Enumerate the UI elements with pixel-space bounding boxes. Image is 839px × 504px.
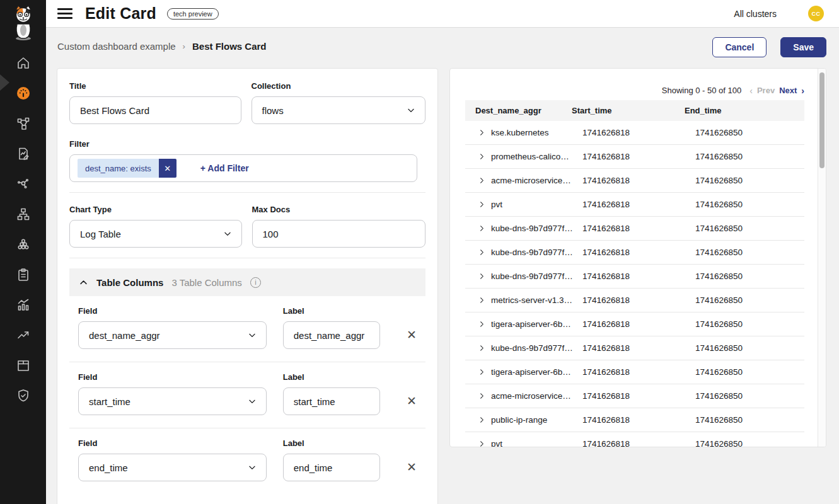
- info-icon[interactable]: i: [250, 277, 261, 288]
- row-expand-chevron-icon[interactable]: [478, 345, 486, 352]
- trends-arrow-icon: [16, 328, 31, 343]
- row-expand-chevron-icon[interactable]: [478, 225, 486, 232]
- table-row[interactable]: kube-dns-9b7d977f… 1741626818 1741626850: [465, 217, 804, 241]
- home-icon: [16, 55, 31, 71]
- table-row[interactable]: pvt 1741626818 1741626850: [465, 193, 804, 217]
- table-row[interactable]: prometheus-calico… 1741626818 1741626850: [465, 145, 804, 169]
- network-sitemap-icon: [16, 207, 31, 222]
- table-row[interactable]: public-ip-range 1741626818 1741626850: [465, 408, 804, 432]
- table-row[interactable]: kube-dns-9b7d977f… 1741626818 1741626850: [465, 336, 804, 360]
- cell-start-time: 1741626818: [582, 415, 695, 425]
- column-header-end-time: End_time: [685, 106, 804, 115]
- row-expand-chevron-icon[interactable]: [478, 153, 486, 161]
- field-label: Field: [78, 306, 267, 316]
- filter-chip-remove-icon[interactable]: ✕: [159, 159, 176, 178]
- sidebar-item-network-topology[interactable]: [14, 207, 32, 222]
- filter-box[interactable]: dest_name: exists ✕ + Add Filter: [69, 154, 417, 182]
- cell-start-time: 1741626818: [582, 295, 695, 305]
- field-select[interactable]: dest_name_aggr: [78, 321, 267, 349]
- row-expand-chevron-icon[interactable]: [478, 249, 486, 256]
- chart-type-select[interactable]: Log Table: [69, 220, 242, 248]
- sidebar-item-flow-visualizations[interactable]: [14, 176, 32, 192]
- cell-dest-name-aggr: kube-dns-9b7d977f…: [491, 224, 582, 233]
- table-row[interactable]: kse.kubernetes 1741626818 1741626850: [465, 121, 804, 145]
- remove-column-icon[interactable]: ✕: [407, 461, 417, 473]
- column-label-input[interactable]: [283, 454, 380, 481]
- next-button[interactable]: Next: [779, 86, 797, 95]
- chevron-down-icon: [248, 463, 257, 472]
- remove-column-icon[interactable]: ✕: [407, 395, 417, 407]
- field-select[interactable]: end_time: [78, 454, 267, 481]
- avatar[interactable]: CC: [808, 6, 824, 21]
- field-label: Field: [78, 372, 267, 382]
- sidebar-item-packages[interactable]: [14, 358, 32, 373]
- chevron-down-icon: [407, 106, 415, 115]
- row-expand-chevron-icon[interactable]: [478, 416, 486, 424]
- sidebar-item-dashboards[interactable]: [14, 86, 32, 101]
- table-row[interactable]: acme-microservice… 1741626818 1741626850: [465, 169, 804, 193]
- row-expand-chevron-icon[interactable]: [478, 297, 486, 304]
- cell-dest-name-aggr: acme-microservice…: [491, 391, 582, 401]
- remove-column-icon[interactable]: ✕: [407, 329, 417, 341]
- breadcrumb-parent[interactable]: Custom dashboard example: [57, 41, 176, 52]
- sidebar-item-analytics[interactable]: [14, 297, 32, 312]
- cell-dest-name-aggr: kube-dns-9b7d977f…: [491, 248, 582, 257]
- action-buttons: Cancel Save: [712, 37, 826, 57]
- column-label-input[interactable]: [283, 387, 380, 415]
- collapse-chevron-up-icon[interactable]: [79, 278, 88, 287]
- table-row[interactable]: tigera-apiserver-6b… 1741626818 17416268…: [465, 360, 804, 384]
- title-input[interactable]: [69, 96, 241, 124]
- cell-start-time: 1741626818: [582, 128, 695, 137]
- cell-start-time: 1741626818: [582, 343, 695, 353]
- row-expand-chevron-icon[interactable]: [478, 129, 486, 137]
- row-expand-chevron-icon[interactable]: [478, 321, 486, 328]
- cell-end-time: 1741626850: [695, 391, 804, 401]
- table-row[interactable]: kube-dns-9b7d977f… 1741626818 1741626850: [465, 241, 804, 265]
- row-expand-chevron-icon[interactable]: [478, 273, 486, 280]
- sidebar-item-security[interactable]: [14, 388, 32, 403]
- table-row[interactable]: pvt 1741626818 1741626850: [465, 432, 804, 447]
- column-label-input[interactable]: [283, 321, 380, 349]
- cancel-button[interactable]: Cancel: [712, 37, 767, 57]
- column-header-dest-name-aggr: Dest_name_aggr: [465, 106, 572, 115]
- row-expand-chevron-icon[interactable]: [478, 201, 486, 209]
- cell-end-time: 1741626850: [695, 319, 804, 329]
- cell-dest-name-aggr: public-ip-range: [491, 415, 582, 425]
- field-select[interactable]: start_time: [78, 387, 267, 415]
- table-row[interactable]: kube-dns-9b7d977f… 1741626818 1741626850: [465, 265, 804, 289]
- prev-button[interactable]: Prev: [757, 86, 775, 95]
- row-expand-chevron-icon[interactable]: [478, 392, 486, 400]
- table-row[interactable]: tigera-apiserver-6b… 1741626818 17416268…: [465, 312, 804, 336]
- divider: [69, 192, 425, 193]
- next-chevron-icon: ›: [801, 86, 804, 95]
- cluster-selector[interactable]: All clusters: [734, 9, 777, 19]
- scrollbar-track[interactable]: [818, 69, 826, 447]
- table-row[interactable]: metrics-server-v1.3… 1741626818 17416268…: [465, 289, 804, 312]
- table-row[interactable]: acme-microservice… 1741626818 1741626850: [465, 384, 804, 408]
- sidebar-item-clusters[interactable]: [14, 237, 32, 252]
- sidebar-item-trends[interactable]: [14, 328, 32, 343]
- table-column-editor-list: Field dest_name_aggr Label ✕: [69, 296, 425, 494]
- row-expand-chevron-icon[interactable]: [478, 369, 486, 376]
- max-docs-label: Max Docs: [252, 205, 425, 214]
- row-expand-chevron-icon[interactable]: [478, 440, 486, 448]
- collection-select[interactable]: flows: [252, 96, 425, 124]
- save-button[interactable]: Save: [780, 37, 826, 57]
- hamburger-menu-icon[interactable]: [57, 8, 72, 19]
- pagination: Showing 0 - 50 of 100 ‹ Prev Next ›: [465, 86, 804, 95]
- add-filter-button[interactable]: + Add Filter: [197, 163, 253, 174]
- sidebar-item-home[interactable]: [14, 55, 32, 71]
- column-label-label: Label: [283, 438, 380, 448]
- sidebar-item-service-graph[interactable]: [14, 116, 32, 131]
- cell-end-time: 1741626850: [695, 224, 804, 233]
- chevron-down-icon: [248, 331, 257, 340]
- flows-preview-table: Dest_name_aggr Start_time End_time kse.k…: [465, 100, 804, 447]
- analytics-chart-icon: [16, 297, 31, 312]
- sidebar-item-logs[interactable]: [14, 146, 32, 161]
- scrollbar-thumb[interactable]: [819, 72, 825, 168]
- max-docs-input[interactable]: [252, 220, 425, 248]
- sidebar-item-compliance[interactable]: [14, 267, 32, 282]
- cell-dest-name-aggr: tigera-apiserver-6b…: [491, 319, 582, 329]
- row-expand-chevron-icon[interactable]: [478, 177, 486, 185]
- table-header-row: Dest_name_aggr Start_time End_time: [465, 100, 804, 121]
